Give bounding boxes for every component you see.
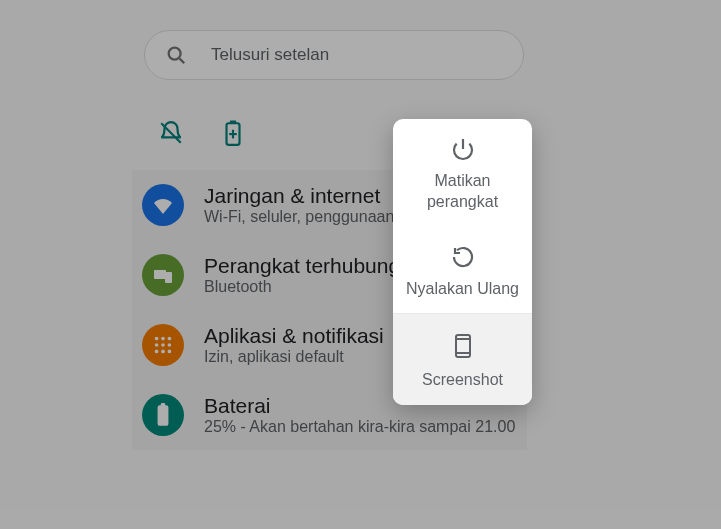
power-off-button[interactable]: Matikan perangkat [393,119,532,227]
restart-icon [451,245,475,269]
power-off-label: Matikan perangkat [401,171,524,213]
screenshot-label: Screenshot [422,370,503,391]
power-icon [451,137,475,161]
screenshot-icon [452,332,474,360]
restart-label: Nyalakan Ulang [406,279,519,300]
modal-scrim[interactable] [0,0,721,529]
power-menu: Matikan perangkat Nyalakan Ulang Screens… [393,119,532,405]
screenshot-button[interactable]: Screenshot [393,313,532,405]
restart-button[interactable]: Nyalakan Ulang [393,227,532,314]
